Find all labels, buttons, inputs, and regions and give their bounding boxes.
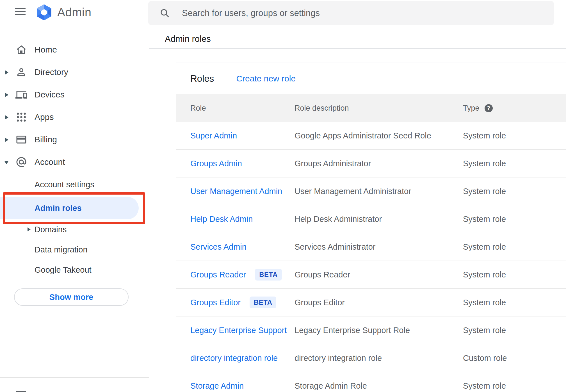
sidebar-item-devices[interactable]: Devices	[0, 83, 149, 106]
search-icon	[159, 8, 170, 19]
create-new-role-link[interactable]: Create new role	[236, 74, 296, 83]
sidebar-item-label: Billing	[35, 128, 57, 151]
sidebar-subitem-label: Domains	[35, 218, 67, 241]
role-name-link[interactable]: directory integration role	[190, 354, 278, 363]
table-header-row: Role Role description Type ?	[176, 94, 566, 122]
apps-grid-icon	[15, 111, 27, 123]
expand-caret-icon[interactable]	[5, 70, 8, 74]
role-name-link[interactable]: Storage Admin	[190, 381, 244, 391]
panel-title: Roles	[190, 73, 214, 84]
devices-icon	[15, 89, 27, 101]
at-sign-icon	[15, 156, 27, 168]
sidebar-item-label: Directory	[35, 61, 68, 83]
admin-logo[interactable]: Admin	[35, 4, 92, 21]
search-input[interactable]	[181, 8, 519, 19]
clipped-bottom-icon	[16, 391, 26, 392]
role-name-link[interactable]: Legacy Enterprise Support	[190, 326, 287, 335]
column-header-role: Role	[190, 94, 206, 122]
role-description: Groups Editor	[295, 289, 345, 316]
sidebar-subitem-label: Account settings	[35, 173, 94, 196]
table-row: directory integration role directory int…	[176, 344, 566, 372]
roles-table-body: Super Admin Google Apps Administrator Se…	[176, 122, 566, 392]
at-sign-icon	[15, 156, 27, 168]
admin-hexagon-icon	[35, 4, 53, 21]
expand-caret-icon[interactable]	[28, 227, 31, 231]
expand-caret-icon[interactable]	[5, 93, 8, 97]
table-row: Super Admin Google Apps Administrator Se…	[176, 122, 566, 150]
sidebar-subitem-label: Data migration	[35, 238, 88, 261]
role-type: Custom role	[463, 344, 507, 372]
role-name-link[interactable]: Groups Reader	[190, 270, 246, 279]
role-name-link[interactable]: Super Admin	[190, 131, 237, 140]
role-name-link[interactable]: Groups Admin	[190, 159, 242, 168]
menu-icon[interactable]	[15, 8, 26, 15]
sidebar-subitem-data-migration[interactable]: Data migration	[0, 238, 149, 261]
help-icon[interactable]: ?	[485, 104, 493, 112]
expand-caret-icon[interactable]	[5, 115, 8, 119]
table-row: Groups Editor BETA Groups Editor System …	[176, 289, 566, 316]
table-row: Legacy Enterprise Support Legacy Enterpr…	[176, 316, 566, 344]
role-name-link[interactable]: Help Desk Admin	[190, 215, 253, 224]
sidebar-subitem-admin-roles[interactable]: Admin roles	[0, 197, 139, 219]
table-row: Groups Reader BETA Groups Reader System …	[176, 261, 566, 289]
sidebar-item-label: Devices	[35, 83, 65, 106]
sidebar-item-billing[interactable]: Billing	[0, 128, 149, 151]
table-row: Groups Admin Groups Administrator System…	[176, 150, 566, 177]
role-description: Groups Reader	[295, 261, 350, 288]
breadcrumb-divider	[149, 48, 566, 49]
role-description: directory integration role	[295, 344, 382, 372]
column-header-type: Type ?	[463, 94, 493, 122]
person-icon	[15, 66, 27, 78]
sidebar-subitem-domains[interactable]: Domains	[0, 218, 149, 241]
roles-panel-header: Roles Create new role	[176, 63, 566, 94]
role-name-link[interactable]: User Management Admin	[190, 187, 282, 196]
show-more-button[interactable]: Show more	[14, 288, 129, 306]
role-description: Storage Admin Role	[295, 372, 367, 392]
sidebar-bottom-divider	[0, 377, 149, 378]
role-type: System role	[463, 122, 506, 149]
role-name-link[interactable]: Services Admin	[190, 242, 247, 252]
role-type: System role	[463, 261, 506, 288]
role-description: Legacy Enterprise Support Role	[295, 316, 410, 344]
expand-caret-icon[interactable]	[4, 161, 8, 164]
beta-badge: BETA	[250, 297, 277, 308]
sidebar-item-label: Apps	[35, 106, 54, 128]
role-description: Services Administrator	[295, 233, 376, 261]
home-icon	[15, 44, 27, 56]
sidebar-subitem-label: Google Takeout	[35, 259, 92, 281]
sidebar-item-label: Home	[35, 38, 57, 61]
search-bar[interactable]	[148, 1, 554, 25]
credit-card-icon	[15, 134, 27, 145]
brand-name: Admin	[57, 6, 92, 19]
role-type: System role	[463, 205, 506, 233]
column-header-description: Role description	[295, 94, 349, 122]
role-type: System role	[463, 150, 506, 177]
expand-caret-icon[interactable]	[5, 138, 8, 142]
role-description: Google Apps Administrator Seed Role	[295, 122, 431, 149]
role-description: Help Desk Administrator	[295, 205, 382, 233]
role-type: System role	[463, 177, 506, 205]
table-row: Storage Admin Storage Admin Role System …	[176, 372, 566, 392]
credit-card-icon	[15, 134, 27, 145]
apps-grid-icon	[15, 111, 27, 123]
sidebar-item-directory[interactable]: Directory	[0, 61, 149, 83]
sidebar-subitem-google-takeout[interactable]: Google Takeout	[0, 259, 149, 281]
sidebar-item-apps[interactable]: Apps	[0, 106, 149, 128]
sidebar-item-home[interactable]: Home	[0, 38, 149, 61]
table-row: User Management Admin User Management Ad…	[176, 177, 566, 205]
sidebar-subitem-account-settings[interactable]: Account settings	[0, 173, 149, 196]
sidebar-item-account[interactable]: Account	[0, 151, 149, 173]
role-description: Groups Administrator	[295, 150, 371, 177]
beta-badge: BETA	[255, 269, 282, 281]
table-row: Help Desk Admin Help Desk Administrator …	[176, 205, 566, 233]
sidebar-subitem-label: Admin roles	[35, 197, 82, 219]
role-type: System role	[463, 372, 506, 392]
breadcrumb: Admin roles	[165, 34, 211, 44]
role-description: User Management Administrator	[295, 177, 411, 205]
devices-icon	[15, 89, 27, 101]
person-icon	[15, 66, 27, 78]
role-type: System role	[463, 316, 506, 344]
roles-panel: Roles Create new role Role Role descript…	[176, 63, 566, 392]
home-icon	[15, 44, 27, 56]
role-name-link[interactable]: Groups Editor	[190, 298, 241, 307]
